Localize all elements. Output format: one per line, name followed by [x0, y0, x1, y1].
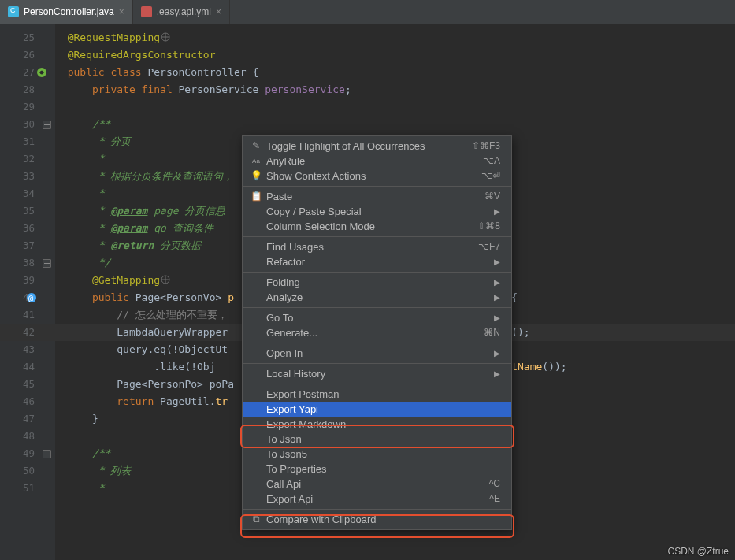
submenu-arrow-icon: ▶: [494, 290, 500, 305]
menu-export-postman[interactable]: Export Postman: [243, 387, 511, 402]
menu-find-usages[interactable]: Find Usages⌥F7: [243, 239, 511, 254]
menu-to-properties[interactable]: To Properties: [243, 462, 511, 477]
endpoint-gutter-icon[interactable]: @: [25, 291, 38, 304]
menu-separator: [243, 343, 511, 343]
menu-folding[interactable]: Folding▶: [243, 275, 511, 290]
menu-compare-clipboard[interactable]: ⧉Compare with Clipboard: [243, 512, 511, 527]
web-mapping-icon: [160, 273, 171, 284]
menu-call-api[interactable]: Call Api^C: [243, 477, 511, 491]
fold-toggle-icon[interactable]: [43, 259, 51, 268]
line-gutter: 25 26 27 28 29 30 31 32 33 34 35 36 37 3…: [0, 24, 55, 560]
submenu-arrow-icon: ▶: [494, 366, 500, 381]
menu-separator: [243, 272, 511, 273]
menu-to-json5[interactable]: To Json5: [243, 447, 511, 462]
tab-easy-api-yml[interactable]: .easy.api.yml ×: [133, 0, 230, 24]
menu-local-history[interactable]: Local History▶: [243, 366, 511, 381]
menu-separator: [243, 384, 511, 384]
editor-tabs: PersonController.java × .easy.api.yml ×: [0, 0, 735, 24]
menu-export-yapi[interactable]: Export Yapi: [243, 402, 511, 417]
clipboard-icon: 📋: [249, 189, 263, 204]
svg-text:@: @: [28, 294, 33, 302]
fold-toggle-icon[interactable]: [43, 121, 51, 129]
menu-anyrule[interactable]: AaAnyRule⌥A: [243, 154, 511, 169]
tab-label: .easy.api.yml: [157, 6, 211, 17]
menu-show-context-actions[interactable]: 💡Show Context Actions⌥⏎: [243, 169, 511, 184]
menu-separator: [243, 186, 511, 187]
context-menu[interactable]: ✎Toggle Highlight of All Occurrences⇧⌘F3…: [242, 135, 512, 530]
menu-to-json[interactable]: To Json: [243, 432, 511, 447]
menu-toggle-highlight[interactable]: ✎Toggle Highlight of All Occurrences⇧⌘F3: [243, 139, 511, 154]
menu-analyze[interactable]: Analyze▶: [243, 290, 511, 305]
menu-export-api[interactable]: Export Api^E: [243, 491, 511, 506]
menu-go-to[interactable]: Go To▶: [243, 310, 511, 325]
pencil-icon: ✎: [249, 139, 263, 154]
close-tab-icon[interactable]: ×: [119, 6, 124, 17]
close-tab-icon[interactable]: ×: [216, 6, 221, 17]
tab-person-controller[interactable]: PersonController.java ×: [0, 0, 133, 24]
watermark: CSDN @Ztrue: [667, 546, 729, 560]
web-mapping-icon: [160, 31, 171, 42]
diff-icon: ⧉: [249, 512, 263, 527]
java-file-icon: [8, 6, 19, 17]
submenu-arrow-icon: ▶: [494, 204, 500, 219]
menu-export-markdown[interactable]: Export Markdown: [243, 417, 511, 432]
menu-generate[interactable]: Generate...⌘N: [243, 325, 511, 340]
submenu-arrow-icon: ▶: [494, 310, 500, 325]
submenu-arrow-icon: ▶: [494, 275, 500, 290]
menu-separator: [243, 236, 511, 237]
submenu-arrow-icon: ▶: [494, 346, 500, 361]
fold-toggle-icon[interactable]: [43, 450, 51, 458]
submenu-arrow-icon: ▶: [494, 254, 500, 269]
tab-label: PersonController.java: [24, 6, 114, 17]
yml-file-icon: [141, 6, 152, 17]
spring-bean-gutter-icon[interactable]: [35, 66, 48, 79]
menu-paste[interactable]: 📋Paste⌘V: [243, 189, 511, 204]
menu-column-selection[interactable]: Column Selection Mode⇧⌘8: [243, 219, 511, 234]
menu-separator: [243, 509, 511, 510]
menu-open-in[interactable]: Open In▶: [243, 346, 511, 361]
menu-separator: [243, 307, 511, 308]
menu-copy-paste-special[interactable]: Copy / Paste Special▶: [243, 204, 511, 219]
menu-refactor[interactable]: Refactor▶: [243, 254, 511, 269]
bulb-icon: 💡: [249, 169, 263, 184]
anyrule-icon: Aa: [249, 154, 263, 169]
menu-separator: [243, 363, 511, 364]
